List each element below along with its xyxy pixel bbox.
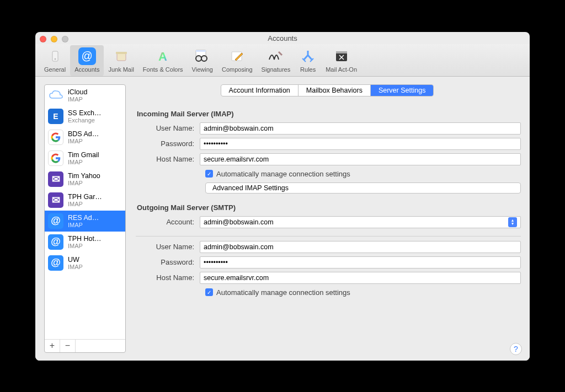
incoming-username-label: User Name: — [134, 124, 200, 132]
account-icon — [48, 130, 63, 145]
check-icon: ✓ — [205, 170, 213, 178]
toolbar-rules[interactable]: Rules — [295, 45, 321, 76]
account-icon — [48, 88, 63, 103]
sidebar-footer: + − — [45, 339, 125, 352]
window-title: Accounts — [35, 34, 530, 42]
toolbar-signatures[interactable]: Signatures — [257, 45, 295, 76]
outgoing-username-label: User Name: — [134, 243, 200, 251]
account-name: TPH Gar… — [68, 193, 102, 201]
outgoing-account-label: Account: — [134, 218, 200, 226]
svg-point-1 — [54, 58, 56, 60]
account-name: iCloud — [68, 88, 87, 96]
svg-rect-3 — [116, 52, 127, 54]
account-name: BDS Ad… — [68, 130, 99, 138]
account-icon: E — [48, 109, 63, 124]
outgoing-section-head: Outgoing Mail Server (SMTP) — [137, 203, 521, 212]
toolbar-junk[interactable]: Junk Mail — [104, 45, 138, 76]
incoming-auto-manage-row[interactable]: ✓ Automatically manage connection settin… — [205, 170, 521, 178]
account-row[interactable]: @TPH Hot…IMAP — [45, 232, 125, 253]
account-row[interactable]: ESS Exch…Exchange — [45, 106, 125, 127]
check-icon: ✓ — [205, 288, 213, 296]
preferences-toolbar: General @ Accounts Junk Mail A Fonts & C… — [35, 44, 530, 77]
outgoing-host-field[interactable] — [200, 272, 521, 284]
account-icon: @ — [48, 234, 63, 250]
account-type: IMAP — [68, 96, 87, 103]
incoming-host-field[interactable] — [200, 153, 521, 165]
account-type: IMAP — [68, 264, 83, 270]
outgoing-auto-manage-row[interactable]: ✓ Automatically manage connection settin… — [205, 288, 521, 297]
content: iCloudIMAPESS Exch…ExchangeBDS Ad…IMAPTi… — [35, 77, 530, 361]
account-icon: ✉ — [48, 192, 63, 208]
incoming-username-field[interactable] — [200, 122, 521, 135]
account-row[interactable]: @RES Ad…IMAP — [45, 211, 125, 232]
preferences-window: Accounts General @ Accounts Junk Mail A … — [35, 32, 530, 361]
account-type: IMAP — [68, 138, 99, 144]
toolbar-accounts[interactable]: @ Accounts — [70, 45, 104, 76]
settings-pane: Account Information Mailbox Behaviors Se… — [126, 84, 521, 353]
incoming-password-label: Password: — [134, 139, 200, 148]
advanced-imap-button[interactable]: Advanced IMAP Settings — [205, 182, 521, 194]
toolbar-general[interactable]: General — [40, 45, 70, 76]
toolbar-viewing[interactable]: Viewing — [188, 45, 217, 76]
add-account-button[interactable]: + — [45, 340, 60, 352]
account-type: IMAP — [68, 201, 102, 207]
svg-text:A: A — [158, 50, 167, 63]
account-icon: @ — [48, 213, 63, 229]
tab-server-settings[interactable]: Server Settings — [371, 85, 433, 96]
general-icon — [46, 47, 64, 65]
account-row[interactable]: iCloudIMAP — [45, 85, 125, 106]
svg-rect-6 — [196, 50, 206, 52]
outgoing-username-field[interactable] — [200, 241, 521, 253]
account-row[interactable]: Tim GmailIMAP — [45, 148, 125, 169]
account-type: IMAP — [68, 159, 99, 165]
account-type: IMAP — [68, 243, 101, 249]
incoming-password-field[interactable] — [200, 138, 521, 150]
viewing-icon — [194, 47, 211, 65]
account-type: IMAP — [68, 222, 99, 228]
account-icon: @ — [48, 255, 63, 271]
account-row[interactable]: ✉Tim YahooIMAP — [45, 169, 125, 190]
outgoing-account-select[interactable]: admin@bobswain.com ▲▼ — [200, 216, 521, 228]
tab-account-information[interactable]: Account Information — [221, 85, 299, 96]
account-tabs: Account Information Mailbox Behaviors Se… — [221, 84, 434, 96]
signatures-icon — [267, 47, 285, 65]
tab-mailbox-behaviors[interactable]: Mailbox Behaviors — [299, 85, 371, 96]
account-name: UW — [68, 256, 83, 264]
account-name: TPH Hot… — [68, 235, 101, 243]
account-type: Exchange — [68, 117, 101, 123]
toolbar-mailacton[interactable]: Mail Act-On — [321, 45, 361, 76]
toolbar-composing[interactable]: Composing — [217, 45, 257, 76]
junk-icon — [113, 47, 130, 65]
divider — [136, 236, 521, 237]
fonts-icon: A — [154, 47, 172, 65]
account-name: Tim Yahoo — [68, 172, 100, 180]
rules-icon — [299, 47, 317, 65]
accounts-icon: @ — [78, 47, 96, 65]
accounts-sidebar: iCloudIMAPESS Exch…ExchangeBDS Ad…IMAPTi… — [44, 84, 126, 353]
titlebar: Accounts — [35, 32, 530, 44]
account-row[interactable]: BDS Ad…IMAP — [45, 127, 125, 148]
account-icon: ✉ — [48, 171, 63, 187]
incoming-host-label: Host Name: — [134, 155, 200, 163]
account-type: IMAP — [68, 180, 100, 186]
svg-rect-2 — [117, 53, 126, 61]
svg-rect-11 — [336, 51, 347, 53]
accounts-list[interactable]: iCloudIMAPESS Exch…ExchangeBDS Ad…IMAPTi… — [45, 85, 125, 339]
account-row[interactable]: ✉TPH Gar…IMAP — [45, 190, 125, 211]
outgoing-password-field[interactable] — [200, 256, 521, 269]
account-icon — [48, 151, 63, 166]
remove-account-button[interactable]: − — [60, 340, 76, 352]
toolbar-fonts[interactable]: A Fonts & Colors — [138, 45, 188, 76]
incoming-section-head: Incoming Mail Server (IMAP) — [137, 110, 521, 118]
account-name: RES Ad… — [68, 214, 99, 222]
account-name: Tim Gmail — [68, 151, 99, 159]
account-row[interactable]: @UWIMAP — [45, 253, 125, 273]
composing-icon — [228, 47, 246, 65]
account-name: SS Exch… — [68, 109, 101, 117]
outgoing-host-label: Host Name: — [134, 273, 200, 282]
outgoing-password-label: Password: — [134, 258, 200, 266]
dropdown-arrows-icon: ▲▼ — [508, 217, 517, 227]
help-button[interactable]: ? — [510, 343, 522, 355]
mailacton-icon — [333, 47, 350, 65]
